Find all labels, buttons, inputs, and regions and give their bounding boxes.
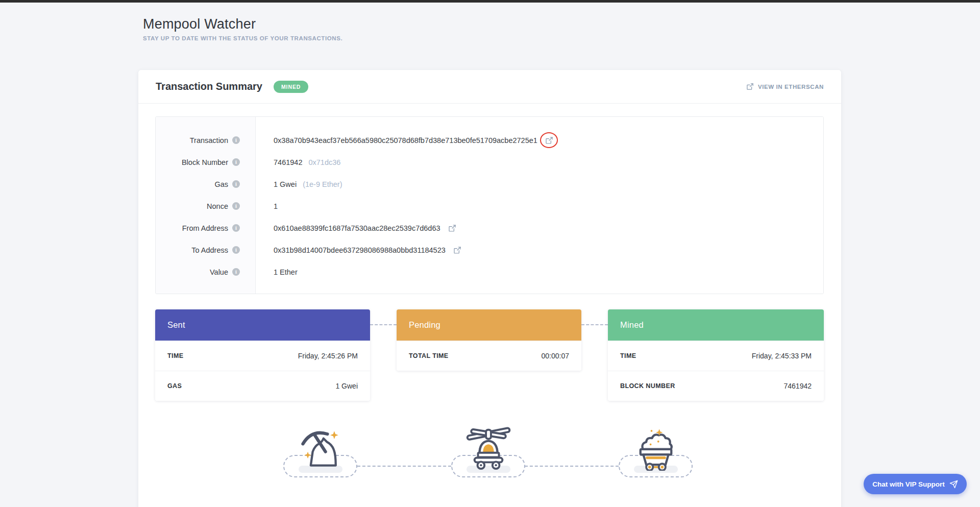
transaction-detail-panel: Transaction i Block Number i Gas i Nonce… (155, 116, 824, 294)
block-number-row: 7461942 0x71dc36 (274, 151, 823, 173)
transaction-label: Transaction (190, 136, 228, 144)
card-header: Transaction Summary MINED VIEW IN ETHERS… (138, 70, 841, 104)
from-address-value: 0x610ae88399fc1687fa7530aac28ec2539c7d6d… (274, 224, 440, 232)
value-label: Value (210, 268, 228, 276)
transaction-hash-row: 0x38a70b943eacf37eb566a5980c25078d68fb7d… (274, 129, 823, 151)
track-connector-line (525, 466, 619, 467)
stage-card-mined: Mined TIME Friday, 2:45:33 PM BLOCK NUMB… (608, 309, 824, 401)
page-subtitle: STAY UP TO DATE WITH THE STATUS OF YOUR … (143, 35, 342, 41)
sent-time-label: TIME (167, 352, 183, 359)
block-number-value: 7461942 (274, 158, 302, 166)
detail-label-column: Transaction i Block Number i Gas i Nonce… (156, 117, 256, 294)
to-address-value: 0x31b98d14007bdee637298086988a0bbd311845… (274, 246, 446, 254)
from-address-row: 0x610ae88399fc1687fa7530aac28ec2539c7d6d… (274, 217, 823, 239)
to-address-row: 0x31b98d14007bdee637298086988a0bbd311845… (274, 239, 823, 261)
stage-mined-header: Mined (608, 309, 824, 341)
page-header: Mempool Watcher STAY UP TO DATE WITH THE… (143, 16, 342, 41)
chat-button-label: Chat with VIP Support (872, 480, 945, 488)
gas-row: 1 Gwei (1e-9 Ether) (274, 173, 823, 195)
gas-value: 1 Gwei (274, 180, 297, 188)
nonce-row: 1 (274, 195, 823, 217)
mined-block-number-label: BLOCK NUMBER (620, 382, 675, 390)
stage-row: TIME Friday, 2:45:33 PM (608, 341, 824, 371)
page-title: Mempool Watcher (143, 16, 342, 32)
detail-label-row: Nonce i (156, 195, 255, 217)
detail-label-row: Value i (156, 261, 255, 283)
info-icon[interactable]: i (232, 202, 240, 210)
ether-value: 1 Ether (274, 268, 298, 276)
mined-block-number-value: 7461942 (783, 382, 812, 390)
stage-card-pending: Pending TOTAL TIME 00:00:07 (397, 309, 581, 371)
stage-row: TOTAL TIME 00:00:07 (397, 341, 581, 371)
sent-time-value: Friday, 2:45:26 PM (298, 352, 358, 360)
progress-icon-track (155, 426, 824, 482)
stage-card-sent: Sent TIME Friday, 2:45:26 PM GAS 1 Gwei (155, 309, 370, 401)
external-link-icon (746, 83, 754, 90)
info-icon[interactable]: i (232, 246, 240, 254)
value-row: 1 Ether (274, 261, 823, 283)
detail-label-row: From Address i (156, 217, 255, 239)
block-number-label: Block Number (182, 158, 228, 166)
sent-gas-label: GAS (167, 382, 182, 390)
from-address-label: From Address (182, 224, 228, 232)
detail-label-row: To Address i (156, 239, 255, 261)
info-icon[interactable]: i (232, 224, 240, 232)
to-address-external-link[interactable] (453, 246, 461, 254)
stage-row: GAS 1 Gwei (155, 371, 370, 401)
bell-cart-icon (461, 426, 516, 470)
block-number-hex: 0x71dc36 (308, 158, 340, 166)
to-address-label: To Address (191, 246, 228, 254)
external-link-icon (545, 136, 553, 144)
info-icon[interactable]: i (232, 136, 240, 144)
mined-time-label: TIME (620, 352, 636, 359)
progress-slot-sent (283, 426, 357, 479)
stage-connector-line (581, 324, 608, 325)
progress-slot-mined (619, 426, 693, 479)
gas-label: Gas (214, 180, 228, 188)
nonce-value: 1 (274, 202, 278, 210)
stage-pending-header: Pending (397, 309, 581, 341)
pending-total-time-label: TOTAL TIME (409, 352, 449, 359)
info-icon[interactable]: i (232, 268, 240, 276)
chat-vip-support-button[interactable]: Chat with VIP Support (864, 474, 967, 494)
external-link-icon (453, 246, 461, 254)
top-bar (0, 0, 980, 3)
transaction-hash: 0x38a70b943eacf37eb566a5980c25078d68fb7d… (274, 136, 537, 144)
stage-row: BLOCK NUMBER 7461942 (608, 371, 824, 401)
info-icon[interactable]: i (232, 158, 240, 166)
stage-connector-line (370, 324, 397, 325)
mined-time-value: Friday, 2:45:33 PM (752, 352, 812, 360)
transaction-external-link[interactable] (545, 136, 553, 144)
nonce-label: Nonce (207, 202, 228, 210)
pending-total-time-value: 00:00:07 (542, 352, 570, 360)
stage-row: TIME Friday, 2:45:26 PM (155, 341, 370, 371)
view-in-etherscan-link[interactable]: VIEW IN ETHERSCAN (746, 83, 824, 90)
mine-cart-icon (629, 426, 682, 471)
transaction-stages: Sent TIME Friday, 2:45:26 PM GAS 1 Gwei … (155, 309, 824, 401)
card-title: Transaction Summary (156, 81, 262, 92)
detail-label-row: Block Number i (156, 151, 255, 173)
paper-plane-icon (949, 480, 958, 489)
info-icon[interactable]: i (232, 180, 240, 188)
external-link-icon (448, 224, 456, 232)
progress-slot-pending (451, 426, 525, 479)
sent-gas-value: 1 Gwei (335, 382, 358, 390)
detail-label-row: Transaction i (156, 129, 255, 151)
pickaxe-rock-icon (296, 426, 345, 470)
from-address-external-link[interactable] (448, 224, 456, 232)
view-in-etherscan-label: VIEW IN ETHERSCAN (758, 84, 824, 90)
detail-label-row: Gas i (156, 173, 255, 195)
detail-value-column: 0x38a70b943eacf37eb566a5980c25078d68fb7d… (256, 117, 823, 294)
status-badge: MINED (274, 81, 308, 93)
track-connector-line (357, 466, 451, 467)
transaction-summary-card: Transaction Summary MINED VIEW IN ETHERS… (138, 70, 841, 507)
stage-sent-header: Sent (155, 309, 370, 341)
gas-ether-equivalent: (1e-9 Ether) (303, 180, 342, 188)
